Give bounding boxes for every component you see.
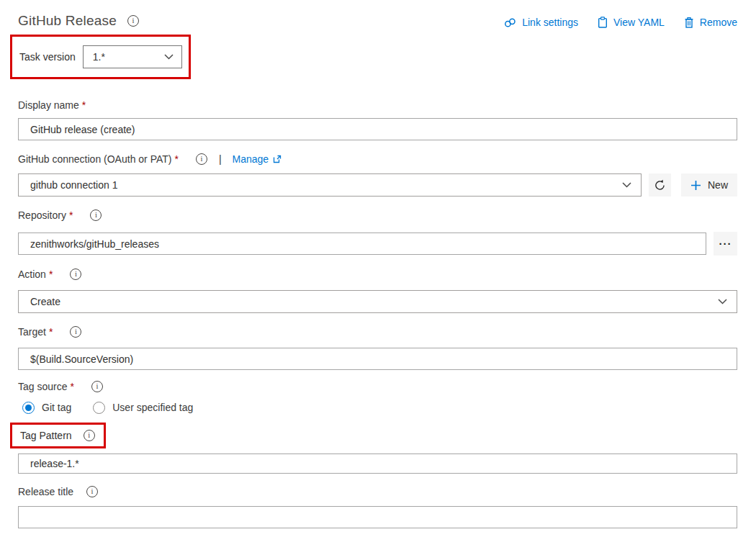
release-title-info-icon[interactable]	[86, 486, 98, 497]
git-tag-radio-option[interactable]: Git tag	[22, 402, 71, 414]
refresh-button[interactable]	[649, 173, 671, 197]
external-link-icon	[273, 155, 282, 163]
view-yaml-label: View YAML	[613, 17, 665, 28]
tag-pattern-info-icon[interactable]	[84, 430, 95, 441]
chevron-down-icon	[622, 182, 631, 188]
page-title: GitHub Release	[18, 13, 117, 29]
title-info-icon[interactable]	[127, 15, 139, 27]
target-label: Target	[18, 326, 46, 338]
git-tag-radio[interactable]	[22, 402, 35, 414]
action-field: Action * Create	[18, 267, 737, 313]
user-specified-tag-label: User specified tag	[112, 402, 193, 413]
link-icon	[504, 17, 516, 28]
chevron-down-icon	[164, 54, 174, 60]
tag-source-info-icon[interactable]	[91, 381, 103, 392]
target-input[interactable]	[18, 348, 737, 370]
tag-source-required: *	[70, 381, 73, 392]
repository-field: Repository *	[18, 208, 737, 256]
more-options-button[interactable]	[714, 232, 737, 256]
task-version-select[interactable]: 1.*	[83, 45, 182, 68]
repository-required: *	[69, 209, 73, 221]
tag-source-field: Tag source * Git tag User specified tag	[18, 379, 737, 414]
label-separator: |	[219, 153, 222, 165]
github-connection-required: *	[174, 153, 178, 165]
tag-pattern-label: Tag Pattern	[20, 430, 72, 441]
new-button[interactable]: New	[681, 173, 737, 197]
repository-label: Repository	[18, 209, 66, 221]
link-settings-button[interactable]: Link settings	[504, 17, 578, 28]
action-value: Create	[30, 296, 60, 307]
git-tag-label: Git tag	[42, 402, 71, 413]
release-title-field: Release title	[18, 484, 737, 528]
display-name-input[interactable]	[18, 118, 737, 140]
action-label: Action	[18, 268, 46, 280]
tag-source-label: Tag source	[18, 381, 67, 392]
github-connection-info-icon[interactable]	[196, 153, 207, 165]
github-connection-field: GitHub connection (OAuth or PAT) * | Man…	[18, 152, 737, 197]
tag-pattern-input[interactable]	[18, 453, 737, 474]
display-name-field: Display name *	[18, 98, 737, 140]
github-connection-value: github connection 1	[30, 179, 117, 191]
action-info-icon[interactable]	[70, 268, 81, 280]
github-connection-select[interactable]: github connection 1	[18, 173, 642, 197]
remove-label: Remove	[700, 17, 737, 28]
release-title-input[interactable]	[18, 506, 737, 528]
trash-icon	[684, 17, 694, 28]
panel-header: GitHub Release Link settings View YAML	[18, 13, 737, 29]
display-name-required: *	[82, 99, 86, 111]
link-settings-label: Link settings	[522, 17, 578, 28]
task-version-value: 1.*	[93, 51, 105, 63]
clipboard-icon	[598, 17, 608, 28]
user-specified-tag-radio-option[interactable]: User specified tag	[93, 402, 193, 414]
chevron-down-icon	[718, 299, 727, 304]
repository-input[interactable]	[18, 233, 706, 255]
refresh-icon	[654, 179, 666, 191]
action-required: *	[49, 268, 53, 280]
tag-source-options: Git tag User specified tag	[18, 401, 737, 414]
manage-link-label: Manage	[233, 153, 269, 165]
target-info-icon[interactable]	[70, 326, 81, 338]
tag-pattern-field: Tag Pattern	[18, 414, 737, 474]
display-name-label: Display name	[18, 99, 79, 111]
new-button-label: New	[708, 179, 728, 191]
manage-link[interactable]: Manage	[233, 153, 282, 165]
task-version-highlight-box: Task version 1.*	[10, 35, 191, 79]
repository-info-icon[interactable]	[90, 209, 102, 221]
task-version-label: Task version	[19, 51, 76, 63]
view-yaml-button[interactable]: View YAML	[598, 17, 665, 28]
tag-pattern-highlight-box: Tag Pattern	[10, 423, 106, 448]
user-specified-tag-radio[interactable]	[93, 402, 105, 414]
header-actions: Link settings View YAML Remove	[504, 13, 737, 28]
release-title-label: Release title	[18, 486, 73, 497]
more-options-icon	[719, 238, 732, 250]
github-release-task-panel: GitHub Release Link settings View YAML	[0, 0, 756, 537]
github-connection-label: GitHub connection (OAuth or PAT)	[18, 153, 171, 165]
target-required: *	[49, 326, 53, 338]
target-field: Target *	[18, 325, 737, 370]
remove-button[interactable]: Remove	[684, 17, 737, 28]
action-select[interactable]: Create	[18, 290, 737, 313]
plus-icon	[690, 180, 701, 191]
